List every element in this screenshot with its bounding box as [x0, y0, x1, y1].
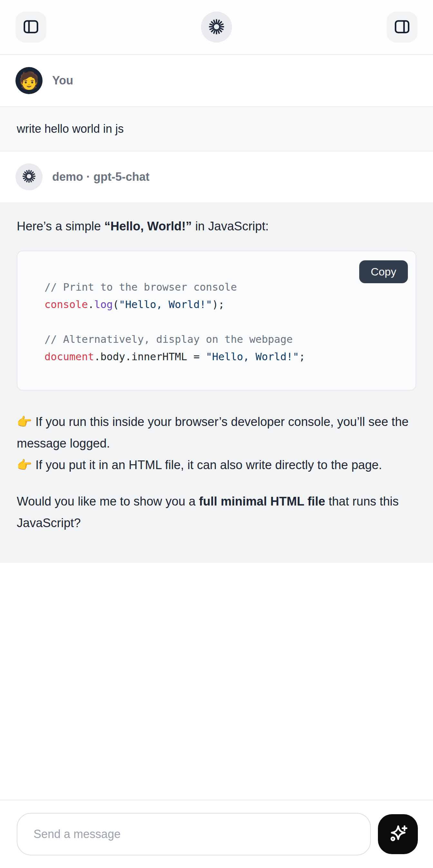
code-block: Copy // Print to the browser console con… — [17, 251, 416, 391]
composer-bar — [0, 800, 433, 868]
panel-left-icon — [22, 18, 40, 36]
code-line: // Alternatively, display on the webpage — [44, 331, 403, 348]
tip-line: 👉 If you run this inside your browser’s … — [17, 411, 416, 454]
assistant-tips: 👉 If you run this inside your browser’s … — [17, 411, 416, 476]
tip-line: 👉 If you put it in an HTML file, it can … — [17, 454, 416, 476]
code-token: ( — [113, 298, 119, 311]
panel-right-icon — [393, 18, 411, 36]
user-message: write hello world in js — [0, 106, 433, 151]
code-token: log — [94, 298, 113, 311]
chat-app: 🧑 You write hello world in js — [0, 0, 433, 868]
intro-bold-text: “Hello, World!” — [104, 219, 192, 233]
code-token: ; — [299, 350, 305, 363]
code-line: // Print to the browser console — [44, 278, 403, 296]
sidebar-right-toggle-button[interactable] — [386, 11, 417, 42]
code-token: "Hello, World!" — [119, 298, 212, 311]
assistant-sender-name: demo · gpt-5-chat — [52, 170, 150, 184]
empty-scroll-area — [0, 563, 433, 800]
user-message-text: write hello world in js — [17, 122, 124, 136]
assistant-avatar — [16, 163, 42, 190]
starburst-icon — [22, 169, 36, 185]
person-emoji: 🧑 — [19, 72, 40, 89]
intro-text-after: in JavaScript: — [192, 219, 269, 233]
message-input[interactable] — [17, 813, 371, 856]
assistant-sender-row: demo · gpt-5-chat — [0, 151, 433, 202]
model-logo-button[interactable] — [201, 11, 232, 42]
assistant-closing: Would you like me to show you a full min… — [17, 491, 416, 534]
user-sender-row: 🧑 You — [0, 55, 433, 106]
code-token: .body.innerHTML = — [94, 350, 206, 363]
code-token: console — [44, 298, 88, 311]
user-sender-name: You — [52, 74, 73, 87]
code-token: . — [88, 298, 94, 311]
code-token: document — [44, 350, 94, 363]
code-line: console.log("Hello, World!"); — [44, 296, 403, 313]
assistant-intro: Here’s a simple “Hello, World!” in JavaS… — [17, 217, 416, 235]
code-token: "Hello, World!" — [206, 350, 299, 363]
sidebar-left-toggle-button[interactable] — [16, 11, 47, 42]
user-avatar: 🧑 — [16, 67, 42, 94]
starburst-icon — [208, 18, 225, 36]
code-token: ); — [212, 298, 224, 311]
intro-text: Here’s a simple — [17, 219, 104, 233]
sparkle-icon — [387, 823, 408, 845]
code-token: // Print to the browser console — [44, 281, 237, 293]
closing-text: Would you like me to show you a — [17, 495, 199, 508]
code-token: // Alternatively, display on the webpage — [44, 333, 293, 345]
copy-code-button[interactable]: Copy — [359, 260, 408, 283]
code-line-empty — [44, 313, 403, 331]
assistant-message: Here’s a simple “Hello, World!” in JavaS… — [0, 202, 433, 563]
send-button[interactable] — [378, 814, 418, 854]
top-bar — [0, 0, 433, 55]
code-line: document.body.innerHTML = "Hello, World!… — [44, 348, 403, 365]
closing-bold-text: full minimal HTML file — [199, 495, 325, 508]
